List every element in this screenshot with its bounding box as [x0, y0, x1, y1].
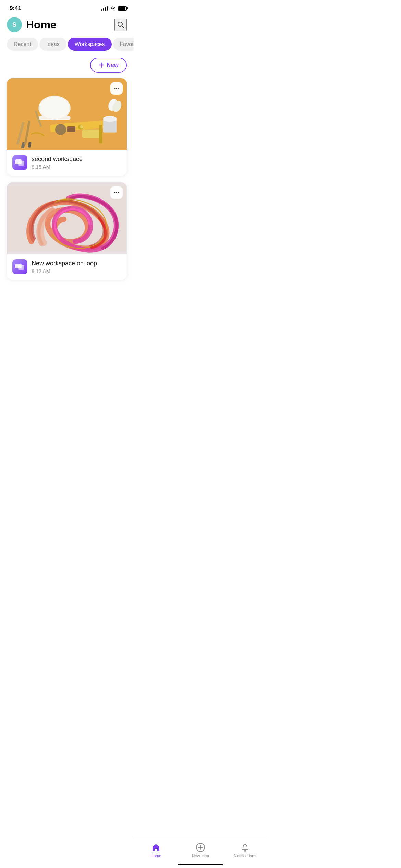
signal-bars-icon: [101, 6, 108, 11]
card-1-workspace-icon: [12, 155, 27, 170]
card-image-1: ···: [7, 78, 127, 150]
new-btn-container: New: [0, 58, 134, 78]
card-2-more-button[interactable]: ···: [110, 186, 123, 199]
header-left: S Home: [7, 17, 57, 32]
workspace-card-1[interactable]: ··· second workspace 8:15 AM: [7, 78, 127, 176]
wifi-icon: [110, 6, 116, 11]
card-2-info: New workspace on loop 8:12 AM: [7, 254, 127, 280]
card-1-title: second workspace: [32, 156, 83, 163]
plus-icon: [98, 62, 105, 68]
header: S Home: [0, 14, 134, 38]
workspace-icon-svg: [15, 157, 25, 168]
workspace-icon-2-svg: [15, 262, 25, 272]
search-button[interactable]: [114, 19, 127, 31]
battery-icon: [118, 6, 127, 11]
new-button[interactable]: New: [90, 58, 127, 73]
card-2-time: 8:12 AM: [32, 268, 97, 274]
svg-point-7: [80, 125, 83, 128]
svg-rect-9: [99, 125, 102, 143]
search-icon: [117, 21, 125, 29]
construction-tools-scene: [7, 78, 127, 150]
svg-rect-26: [18, 265, 24, 270]
status-icons: [101, 6, 127, 11]
tab-ideas[interactable]: Ideas: [39, 38, 66, 51]
workspace-card-2[interactable]: ··· New workspace on loop 8:12 AM: [7, 182, 127, 280]
status-time: 9:41: [10, 5, 21, 12]
status-bar: 9:41: [0, 0, 134, 14]
tabs-container: Recent Ideas Workspaces Favourites: [0, 38, 134, 58]
svg-rect-19: [67, 126, 75, 132]
svg-rect-23: [18, 161, 24, 166]
card-2-title: New workspace on loop: [32, 260, 97, 267]
svg-point-12: [103, 116, 117, 122]
card-1-more-button[interactable]: ···: [110, 82, 123, 95]
card-1-info: second workspace 8:15 AM: [7, 150, 127, 176]
abstract-swirl-scene: [7, 182, 127, 254]
svg-point-4: [40, 97, 69, 119]
tab-recent[interactable]: Recent: [7, 38, 38, 51]
card-1-text: second workspace 8:15 AM: [32, 156, 83, 170]
cards-container: ··· second workspace 8:15 AM: [0, 78, 134, 280]
card-image-2: ···: [7, 182, 127, 254]
tab-favourites[interactable]: Favourites: [113, 38, 134, 51]
svg-point-20: [55, 124, 66, 135]
card-1-time: 8:15 AM: [32, 164, 83, 170]
card-2-workspace-icon: [12, 259, 27, 274]
page-title: Home: [26, 19, 57, 31]
avatar[interactable]: S: [7, 17, 22, 32]
card-2-text: New workspace on loop 8:12 AM: [32, 260, 97, 274]
tab-workspaces[interactable]: Workspaces: [68, 38, 112, 51]
